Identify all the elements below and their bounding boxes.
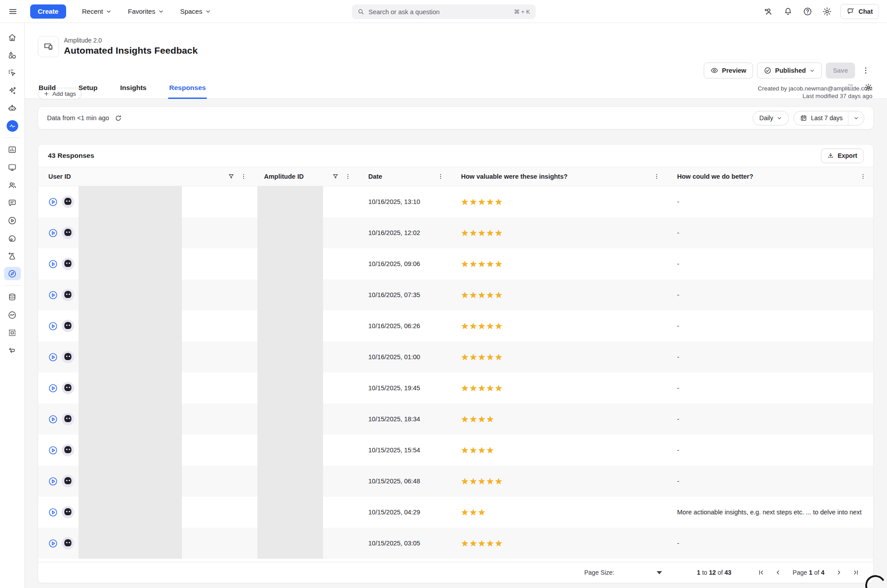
play-session-button[interactable]: [48, 414, 58, 424]
tab-build[interactable]: Build: [38, 84, 57, 99]
gear-icon: [822, 7, 832, 16]
user-avatar: [62, 351, 74, 363]
published-dropdown[interactable]: Published: [757, 63, 822, 78]
redacted-user-id: [79, 279, 182, 310]
sidebar-item-session-replay[interactable]: [4, 212, 21, 229]
date-range-button[interactable]: Last 7 days: [794, 111, 848, 125]
tab-responses[interactable]: Responses: [168, 84, 207, 99]
column-header-date: Date: [358, 167, 451, 186]
chat-button-label: Chat: [859, 8, 873, 15]
rating-cell: ★★★★★: [451, 279, 667, 310]
feedback-cell: -: [667, 372, 873, 404]
feedback-cell: -: [667, 404, 873, 435]
table-row: 10/16/2025, 01:00 ★★★★★ -: [38, 341, 873, 372]
sidebar-item-ai[interactable]: [4, 82, 21, 99]
settings-button[interactable]: [819, 4, 835, 20]
page-size-dropdown[interactable]: [657, 571, 662, 574]
column-header-user-id: User ID: [38, 167, 254, 186]
spaces-menu[interactable]: Spaces: [180, 8, 211, 15]
column-menu-button[interactable]: [238, 171, 249, 182]
notifications-button[interactable]: [780, 4, 796, 20]
sidebar-item-bot[interactable]: [4, 99, 21, 117]
sidebar-item-cursor-click[interactable]: [4, 64, 21, 82]
date-range-caret-button[interactable]: [848, 111, 864, 125]
global-search[interactable]: ⌘ + K: [352, 4, 536, 19]
kebab-icon: [437, 173, 444, 180]
play-session-button[interactable]: [48, 507, 58, 517]
next-page-button[interactable]: [832, 566, 846, 579]
column-header-do-better: How could we do better?: [667, 167, 873, 186]
help-button[interactable]: [800, 4, 816, 20]
user-id-cell: [38, 217, 254, 248]
experiment-shortcut-button[interactable]: [844, 80, 859, 94]
granularity-dropdown[interactable]: Daily: [753, 111, 789, 125]
feedback-cell: -: [667, 279, 873, 310]
create-button[interactable]: Create: [30, 4, 66, 19]
redacted-amplitude-id: [257, 341, 323, 372]
redacted-amplitude-id: [257, 497, 323, 528]
survey-settings-button[interactable]: [861, 80, 875, 94]
sidebar-item-dashboards[interactable]: [4, 158, 21, 176]
star-rating: ★★★★★: [451, 538, 503, 549]
last-page-button[interactable]: [849, 566, 863, 579]
invite-user-button[interactable]: [761, 4, 777, 20]
play-session-button[interactable]: [48, 290, 58, 300]
amplitude-id-cell: [254, 217, 358, 248]
sidebar-item-heatmap[interactable]: [4, 229, 21, 247]
star-rating: ★★★★★: [451, 228, 503, 238]
sidebar-item-experiment[interactable]: [4, 247, 21, 265]
play-session-button[interactable]: [48, 352, 58, 362]
play-session-button[interactable]: [48, 197, 58, 207]
export-button[interactable]: Export: [821, 149, 863, 163]
sidebar-item-analytics[interactable]: [4, 141, 21, 158]
sidebar-item-connections[interactable]: [4, 341, 21, 359]
filter-button[interactable]: [225, 171, 237, 182]
hamburger-menu-button[interactable]: [8, 7, 18, 16]
recent-menu[interactable]: Recent: [82, 8, 112, 15]
sidebar-item-home[interactable]: [4, 28, 21, 46]
sidebar-item-guides-surveys[interactable]: [4, 265, 21, 282]
sidebar-item-data[interactable]: [4, 288, 21, 306]
filter-button[interactable]: [330, 171, 341, 182]
date-range-picker: Last 7 days: [793, 111, 864, 125]
data-freshness-text: Data from <1 min ago: [47, 114, 109, 122]
column-menu-button[interactable]: [342, 171, 354, 182]
rating-cell: ★★★: [451, 497, 667, 528]
amplitude-id-cell: [254, 248, 358, 279]
sidebar-item-comments[interactable]: [4, 194, 21, 212]
redacted-amplitude-id: [257, 528, 323, 559]
play-session-button[interactable]: [48, 228, 58, 238]
redacted-user-id: [79, 341, 182, 372]
first-page-button[interactable]: [754, 566, 768, 579]
star-rating: ★★★★★: [451, 383, 503, 393]
play-session-button[interactable]: [48, 538, 58, 549]
prev-page-button[interactable]: [771, 566, 785, 579]
tab-insights[interactable]: Insights: [119, 84, 147, 99]
header-more-button[interactable]: [859, 63, 872, 78]
play-session-button[interactable]: [48, 259, 58, 269]
favorites-menu[interactable]: Favorites: [128, 8, 164, 15]
play-session-button[interactable]: [48, 476, 58, 486]
sidebar-item-amplitude[interactable]: [4, 117, 21, 135]
preview-button-label: Preview: [722, 67, 746, 74]
play-session-button[interactable]: [48, 383, 58, 393]
column-menu-button[interactable]: [857, 171, 869, 182]
refresh-button[interactable]: [114, 114, 122, 122]
column-menu-button[interactable]: [435, 171, 446, 182]
play-session-button[interactable]: [48, 321, 58, 331]
feedback-cell-text: -: [667, 229, 681, 236]
page-word: Page: [792, 569, 807, 576]
star-rating: ★★★★★: [451, 259, 503, 269]
preview-button[interactable]: Preview: [704, 63, 753, 78]
tab-setup[interactable]: Setup: [78, 84, 99, 99]
monitor-icon: [8, 163, 17, 172]
chat-button[interactable]: Chat: [840, 4, 879, 19]
sidebar-item-audiences[interactable]: [4, 176, 21, 194]
sidebar-item-frame[interactable]: [4, 324, 21, 341]
sidebar-item-monitoring[interactable]: [4, 306, 21, 324]
search-input[interactable]: [369, 8, 510, 16]
save-button[interactable]: Save: [826, 63, 855, 78]
play-session-button[interactable]: [48, 445, 58, 455]
sidebar-item-shapes[interactable]: [4, 46, 21, 64]
column-menu-button[interactable]: [651, 171, 662, 182]
